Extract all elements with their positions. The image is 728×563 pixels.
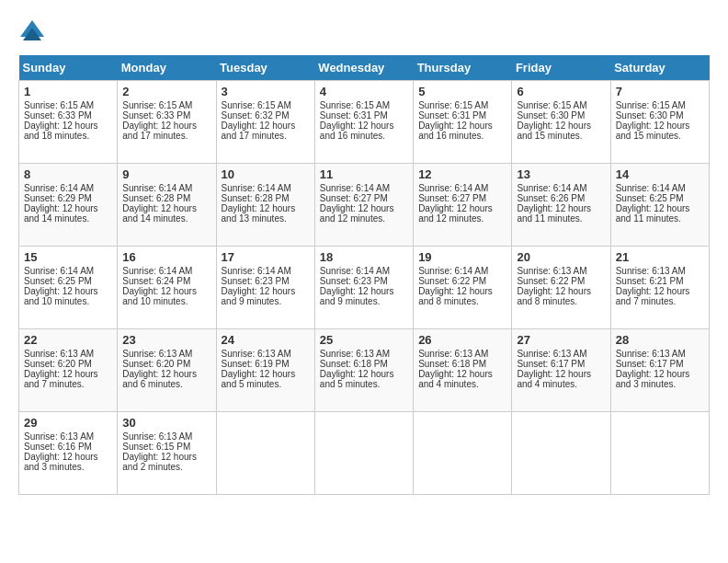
day-info-line: and 14 minutes. xyxy=(24,213,112,224)
day-cell-21: 21Sunrise: 6:13 AMSunset: 6:21 PMDayligh… xyxy=(610,247,709,329)
day-info-line: Sunset: 6:18 PM xyxy=(320,359,408,369)
day-cell-7: 7Sunrise: 6:15 AMSunset: 6:30 PMDaylight… xyxy=(610,81,709,164)
day-info-line: and 3 minutes. xyxy=(616,379,704,389)
day-info-line: Sunrise: 6:15 AM xyxy=(122,100,210,110)
day-info-line: Sunset: 6:27 PM xyxy=(320,193,408,203)
day-info-line: and 5 minutes. xyxy=(320,379,408,389)
day-info-line: Sunrise: 6:15 AM xyxy=(616,100,704,110)
column-header-thursday: Thursday xyxy=(414,55,512,81)
day-info-line: Sunrise: 6:15 AM xyxy=(320,100,408,110)
day-info-line: Sunrise: 6:13 AM xyxy=(122,349,210,359)
day-info-line: Daylight: 12 hours xyxy=(122,369,210,379)
day-cell-13: 13Sunrise: 6:14 AMSunset: 6:26 PMDayligh… xyxy=(512,164,610,247)
day-info-line: Sunrise: 6:15 AM xyxy=(517,100,605,110)
day-number: 30 xyxy=(122,416,210,430)
day-number: 10 xyxy=(222,167,310,181)
day-info-line: Daylight: 12 hours xyxy=(517,121,605,131)
day-info-line: Sunset: 6:25 PM xyxy=(24,276,112,286)
logo-icon xyxy=(18,18,46,46)
day-info-line: Sunset: 6:33 PM xyxy=(24,110,112,121)
column-header-wednesday: Wednesday xyxy=(314,55,413,81)
day-info-line: and 12 minutes. xyxy=(418,213,506,224)
day-cell-14: 14Sunrise: 6:14 AMSunset: 6:25 PMDayligh… xyxy=(610,164,709,247)
day-info-line: Sunrise: 6:13 AM xyxy=(616,349,704,359)
day-info-line: Sunset: 6:26 PM xyxy=(517,193,605,203)
day-info-line: Sunset: 6:28 PM xyxy=(222,193,310,203)
day-number: 18 xyxy=(320,250,408,264)
day-info-line: Daylight: 12 hours xyxy=(320,369,408,379)
day-cell-20: 20Sunrise: 6:13 AMSunset: 6:22 PMDayligh… xyxy=(512,247,610,329)
day-info-line: Sunset: 6:31 PM xyxy=(320,110,408,121)
day-info-line: Sunrise: 6:13 AM xyxy=(320,349,408,359)
day-info-line: Daylight: 12 hours xyxy=(122,286,210,296)
day-cell-27: 27Sunrise: 6:13 AMSunset: 6:17 PMDayligh… xyxy=(512,329,610,412)
day-info-line: Sunrise: 6:13 AM xyxy=(517,349,605,359)
day-info-line: Sunset: 6:19 PM xyxy=(222,359,310,369)
day-info-line: Sunrise: 6:14 AM xyxy=(320,183,408,193)
day-info-line: Sunset: 6:33 PM xyxy=(122,110,210,121)
day-info-line: Daylight: 12 hours xyxy=(24,203,112,213)
day-info-line: Sunset: 6:23 PM xyxy=(222,276,310,286)
day-info-line: and 10 minutes. xyxy=(122,296,210,306)
day-info-line: Sunset: 6:32 PM xyxy=(222,110,310,121)
day-info-line: Daylight: 12 hours xyxy=(616,369,704,379)
day-cell-16: 16Sunrise: 6:14 AMSunset: 6:24 PMDayligh… xyxy=(118,247,216,329)
day-info-line: Sunset: 6:30 PM xyxy=(517,110,605,121)
day-cell-18: 18Sunrise: 6:14 AMSunset: 6:23 PMDayligh… xyxy=(314,247,413,329)
day-info-line: Daylight: 12 hours xyxy=(24,121,112,131)
day-info-line: Daylight: 12 hours xyxy=(616,121,704,131)
day-cell-6: 6Sunrise: 6:15 AMSunset: 6:30 PMDaylight… xyxy=(512,81,610,164)
column-header-tuesday: Tuesday xyxy=(216,55,314,81)
day-info-line: and 7 minutes. xyxy=(616,296,704,306)
day-info-line: Daylight: 12 hours xyxy=(616,203,704,213)
day-info-line: Sunset: 6:22 PM xyxy=(418,276,506,286)
day-number: 15 xyxy=(24,250,112,264)
day-info-line: and 11 minutes. xyxy=(517,213,605,224)
day-info-line: Daylight: 12 hours xyxy=(418,286,506,296)
day-info-line: Daylight: 12 hours xyxy=(517,203,605,213)
day-info-line: Daylight: 12 hours xyxy=(418,121,506,131)
day-info-line: Daylight: 12 hours xyxy=(222,369,310,379)
day-info-line: and 14 minutes. xyxy=(122,213,210,224)
day-number: 14 xyxy=(616,167,704,181)
day-info-line: Sunrise: 6:13 AM xyxy=(24,431,112,442)
day-number: 19 xyxy=(418,250,506,264)
day-info-line: Daylight: 12 hours xyxy=(517,286,605,296)
day-info-line: Daylight: 12 hours xyxy=(122,452,210,462)
day-info-line: Sunset: 6:20 PM xyxy=(122,359,210,369)
day-info-line: Sunrise: 6:13 AM xyxy=(122,431,210,442)
day-cell-11: 11Sunrise: 6:14 AMSunset: 6:27 PMDayligh… xyxy=(314,164,413,247)
day-info-line: Sunset: 6:21 PM xyxy=(616,276,704,286)
day-info-line: and 4 minutes. xyxy=(517,379,605,389)
day-info-line: Daylight: 12 hours xyxy=(122,121,210,131)
day-cell-24: 24Sunrise: 6:13 AMSunset: 6:19 PMDayligh… xyxy=(216,329,314,412)
day-info-line: and 9 minutes. xyxy=(320,296,408,306)
column-header-friday: Friday xyxy=(512,55,610,81)
day-cell-23: 23Sunrise: 6:13 AMSunset: 6:20 PMDayligh… xyxy=(118,329,216,412)
day-info-line: Sunset: 6:31 PM xyxy=(418,110,506,121)
day-number: 4 xyxy=(320,85,408,98)
day-info-line: and 6 minutes. xyxy=(122,379,210,389)
day-info-line: Daylight: 12 hours xyxy=(517,369,605,379)
day-info-line: and 4 minutes. xyxy=(418,379,506,389)
empty-cell xyxy=(512,412,610,495)
day-number: 26 xyxy=(418,333,506,347)
day-info-line: Sunset: 6:25 PM xyxy=(616,193,704,203)
day-info-line: and 9 minutes. xyxy=(222,296,310,306)
day-number: 5 xyxy=(418,85,506,98)
day-cell-17: 17Sunrise: 6:14 AMSunset: 6:23 PMDayligh… xyxy=(216,247,314,329)
day-info-line: Sunset: 6:24 PM xyxy=(122,276,210,286)
day-info-line: and 17 minutes. xyxy=(122,131,210,141)
day-info-line: and 8 minutes. xyxy=(418,296,506,306)
day-info-line: Daylight: 12 hours xyxy=(320,121,408,131)
day-info-line: Daylight: 12 hours xyxy=(122,203,210,213)
day-info-line: Daylight: 12 hours xyxy=(320,203,408,213)
day-number: 1 xyxy=(24,85,112,98)
day-info-line: Sunset: 6:18 PM xyxy=(418,359,506,369)
column-header-saturday: Saturday xyxy=(610,55,709,81)
day-cell-1: 1Sunrise: 6:15 AMSunset: 6:33 PMDaylight… xyxy=(19,81,118,164)
day-info-line: and 16 minutes. xyxy=(320,131,408,141)
day-info-line: Sunset: 6:30 PM xyxy=(616,110,704,121)
day-cell-26: 26Sunrise: 6:13 AMSunset: 6:18 PMDayligh… xyxy=(414,329,512,412)
day-number: 25 xyxy=(320,333,408,347)
